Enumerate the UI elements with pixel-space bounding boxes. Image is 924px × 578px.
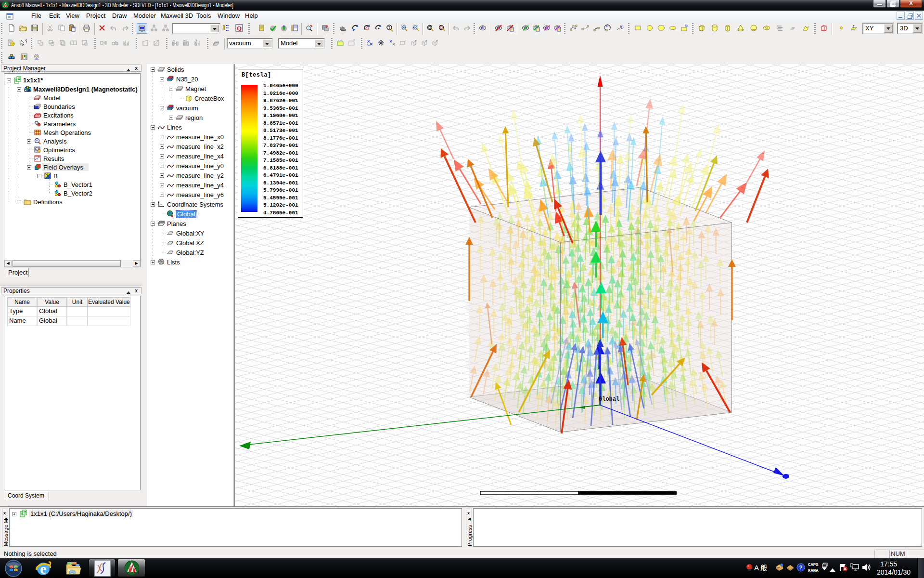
svg-text:e: e [40,561,46,577]
svg-text:Q: Q [237,25,242,32]
svg-text:f(): f() [620,25,624,29]
svg-text:?: ? [25,39,27,44]
svg-text:f0: f0 [685,24,688,27]
svg-text:?: ? [799,565,803,570]
svg-text:?: ? [12,42,14,46]
